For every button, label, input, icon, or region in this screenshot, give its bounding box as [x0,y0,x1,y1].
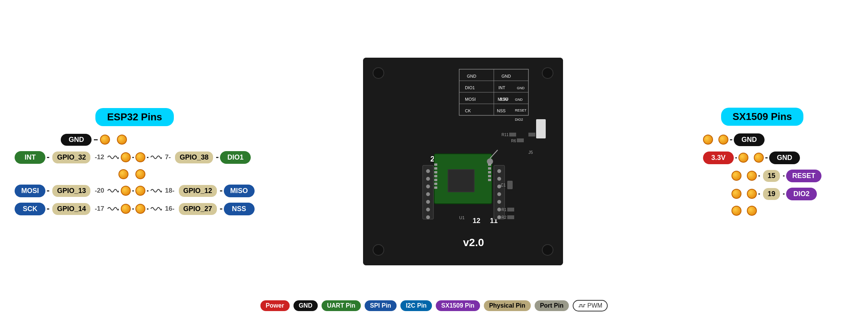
squiggle-right-1 [150,154,162,161]
int-dio1-row: INT GPIO_32 -12 7- GPIO_38 DIO [15,151,254,164]
sx-dot-1b [718,135,728,145]
dot-sck-1 [121,204,131,214]
svg-text:RESET: RESET [515,108,527,112]
legend-power: Power [260,300,290,311]
gpio32-pill: GPIO_32 [52,152,90,163]
svg-rect-68 [507,181,513,189]
sx-row-gnd1: GND [703,133,765,146]
legend-uart-pill: UART Pin [322,300,361,311]
pin19-num: 19 [763,188,780,200]
legend-pwm: PWM [573,300,608,311]
pin16-num: 16- [165,205,175,213]
pin17-num: -17 [95,205,104,213]
pin18-num: 18- [165,187,175,195]
svg-rect-49 [434,167,437,170]
svg-rect-65 [517,138,524,142]
pin7-num: 7- [165,153,171,161]
legend-spi: SPI Pin [365,300,397,311]
sx-gnd2-label: GND [769,152,800,164]
svg-point-40 [497,200,501,204]
legend-i2c: I2C Pin [400,300,432,311]
mid-dots-row [118,169,254,179]
pin15-num: 15 [763,170,780,182]
sx-dot-5a [731,206,741,216]
svg-rect-48 [434,163,437,166]
svg-rect-57 [488,171,491,173]
svg-rect-63 [528,133,535,137]
pwm-wave-icon [578,303,586,308]
legend-spi-pill: SPI Pin [365,300,397,311]
sx-dot-2b [754,153,764,163]
squiggle-left-2 [107,187,119,194]
svg-text:CK: CK [465,108,471,113]
svg-text:12: 12 [473,217,480,225]
legend-port: Port Pin [535,300,569,311]
sx-reset-label: RESET [786,170,821,182]
legend-power-pill: Power [260,300,290,311]
svg-rect-50 [434,171,437,173]
dot-mosi-2 [135,186,145,196]
gpio13-pill: GPIO_13 [52,185,90,197]
sx-gnd1-label: GND [734,133,765,146]
svg-text:DIO2: DIO2 [515,118,523,122]
svg-point-30 [426,185,430,188]
sx-row-33v: 3.3V GND [703,152,800,164]
mosi-label: MOSI [15,185,45,197]
svg-text:MISO: MISO [498,97,509,102]
svg-point-4 [542,245,553,255]
svg-text:U1: U1 [459,215,465,220]
legend-pwm-pill: PWM [573,300,608,311]
svg-rect-59 [488,179,491,181]
legend-gnd: GND [293,300,318,311]
esp32-pin-diagram: GND INT GPIO_32 -12 [15,134,254,215]
pin20-num: -20 [95,187,104,195]
sx1509-title: SX1509 Pins [721,108,804,126]
legend-sx1509-pill: SX1509 Pin [436,300,480,311]
dio1-label: DIO1 [220,151,251,164]
pin12-num: -12 [95,153,104,161]
gnd-label: GND [61,134,92,146]
legend: Power GND UART Pin SPI Pin I2C Pin SX150… [260,300,608,311]
legend-physical-pill: Physical Pin [484,300,531,311]
legend-sx1509: SX1509 Pin [436,300,480,311]
svg-text:GND: GND [515,98,523,102]
gpio14-pill: GPIO_14 [52,203,90,215]
legend-gnd-pill: GND [293,300,318,311]
dot-mid-2 [135,169,145,179]
legend-port-pill: Port Pin [535,300,569,311]
svg-rect-72 [507,215,514,219]
sx-dot-1a [703,135,713,145]
pwm-label: PWM [587,302,602,309]
version-text: v2.0 [463,236,484,248]
main-container: ESP32 Pins GND INT GPIO_32 -12 [0,0,868,323]
sx1509-panel: SX1509 Pins GND 3.3V GND [680,108,845,216]
svg-rect-45 [448,170,474,191]
int-label: INT [15,151,45,164]
sck-label: SCK [15,203,45,215]
svg-rect-56 [488,167,491,170]
sx-row-last [731,206,757,216]
squiggle-right-2 [150,187,162,194]
nss-label: NSS [224,203,255,215]
esp32-panel: ESP32 Pins GND INT GPIO_32 -12 [23,108,246,215]
svg-point-34 [426,215,430,219]
squiggle-left-1 [107,154,119,161]
dot-gnd-2 [117,135,127,145]
sx1509-pin-diagram: GND 3.3V GND 15 RESET [703,133,821,216]
svg-rect-55 [488,163,491,166]
svg-point-3 [373,245,384,255]
legend-i2c-pill: I2C Pin [400,300,432,311]
pcb-board: GND GND DIO1 INT 3.3V GND GND RESET MOSI… [363,58,563,265]
svg-rect-51 [434,175,437,177]
sx-dot-2a [738,153,748,163]
sx-33v-label: 3.3V [703,152,734,164]
pcb-svg: GND GND DIO1 INT 3.3V GND GND RESET MOSI… [363,58,563,265]
svg-point-2 [542,68,553,78]
svg-text:R11: R11 [501,133,509,137]
svg-text:GND: GND [517,86,525,90]
svg-text:GND: GND [501,74,511,78]
dot-sck-2 [135,204,145,214]
sx-dot-4b [747,189,757,199]
gpio38-pill: GPIO_38 [175,152,213,163]
svg-rect-70 [507,208,514,211]
